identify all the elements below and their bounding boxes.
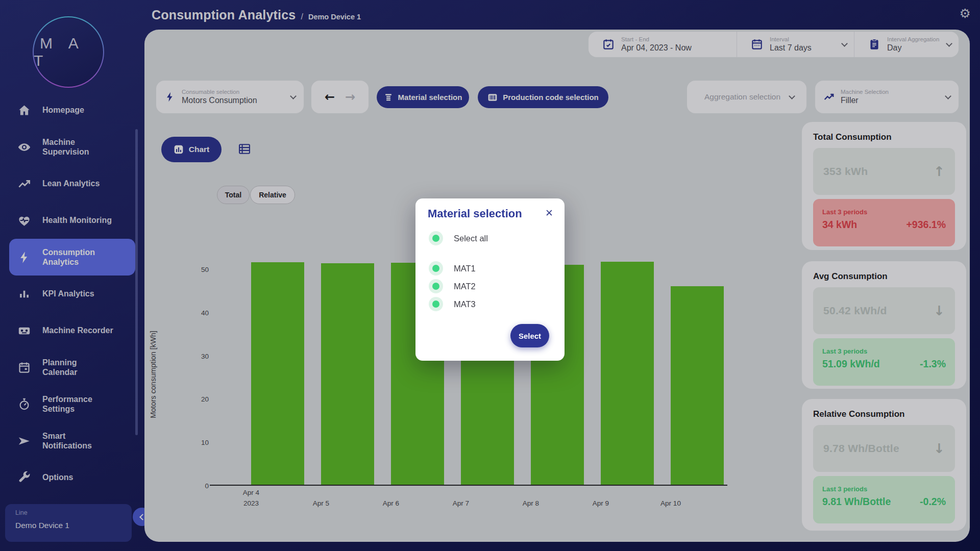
option-label: Select all	[454, 234, 488, 243]
option-label: MAT3	[454, 299, 476, 309]
option-label: MAT2	[454, 282, 476, 291]
modal-title: Material selection	[428, 207, 522, 220]
radio-checked-icon[interactable]	[429, 231, 443, 245]
option-select-all[interactable]: Select all	[429, 231, 488, 245]
option-mat2[interactable]: MAT2	[429, 279, 476, 293]
option-mat1[interactable]: MAT1	[429, 261, 476, 276]
option-mat3[interactable]: MAT3	[429, 297, 476, 311]
material-selection-modal: Material selection ✕ Select all MAT1 MAT…	[415, 198, 565, 361]
radio-checked-icon[interactable]	[429, 297, 443, 311]
select-button[interactable]: Select	[510, 324, 549, 347]
radio-checked-icon[interactable]	[429, 279, 443, 293]
option-label: MAT1	[454, 264, 476, 273]
close-icon[interactable]: ✕	[545, 207, 553, 218]
radio-checked-icon[interactable]	[429, 261, 443, 276]
